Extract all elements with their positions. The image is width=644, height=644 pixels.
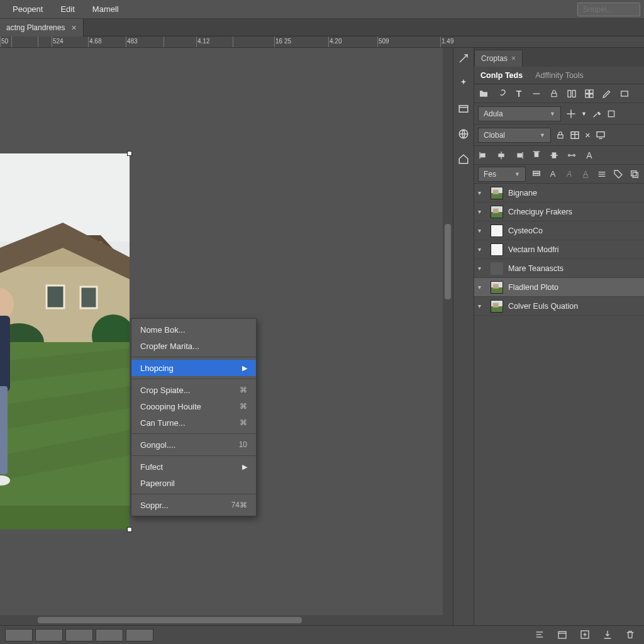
scrollbar-thumb[interactable] xyxy=(445,224,451,299)
context-menu-item[interactable]: Coooping Houite⌘ xyxy=(131,398,256,414)
vertical-scrollbar[interactable] xyxy=(443,48,453,625)
context-menu-item[interactable]: Gongol....10 xyxy=(131,436,256,453)
resize-handle-bottom-right[interactable] xyxy=(127,527,132,532)
layer-visibility-toggle[interactable]: ▾ xyxy=(478,208,486,215)
scrollbar-thumb[interactable] xyxy=(38,617,302,623)
panel-tab-primary[interactable]: Croptas × xyxy=(474,50,523,67)
crosshair-icon[interactable] xyxy=(566,109,576,119)
resize-handle-top-right[interactable] xyxy=(127,151,132,156)
context-menu-item[interactable]: Paperonil xyxy=(131,475,256,491)
trash-icon[interactable] xyxy=(625,630,636,641)
filter-dropdown[interactable]: Fes ▼ xyxy=(478,167,526,182)
layer-row[interactable]: ▾Fladlend Ploto xyxy=(474,278,644,297)
context-menu-item[interactable]: Crop Spiate...⌘ xyxy=(131,382,256,398)
svg-rect-40 xyxy=(480,153,485,157)
eyedropper-icon[interactable] xyxy=(592,109,602,119)
layer-visibility-toggle[interactable]: ▾ xyxy=(478,303,486,309)
italic-a-icon[interactable]: A xyxy=(564,169,575,180)
close-icon[interactable]: × xyxy=(71,23,76,32)
layer-row[interactable]: ▾CysteoCo xyxy=(474,221,644,240)
status-thumb[interactable] xyxy=(5,629,33,641)
mode-dropdown[interactable]: Adula ▼ xyxy=(478,106,561,121)
link-icon[interactable] xyxy=(496,88,507,99)
align-middle-icon[interactable] xyxy=(548,150,560,161)
scope-dropdown[interactable]: Clobal ▼ xyxy=(478,128,551,143)
subtab-2[interactable]: Adffinity Tools xyxy=(529,67,590,84)
layer-row[interactable]: ▾Bignane xyxy=(474,184,644,203)
download-icon[interactable] xyxy=(602,630,614,641)
horizontal-scrollbar[interactable] xyxy=(0,615,443,625)
layer-name: Crheciguy Frakers xyxy=(508,208,572,216)
layer-visibility-toggle[interactable]: ▾ xyxy=(478,246,486,253)
status-thumb[interactable] xyxy=(35,629,63,641)
align-top-icon[interactable] xyxy=(531,150,542,161)
layer-row[interactable]: ▾Colver Euls Quation xyxy=(474,297,644,316)
close-icon[interactable]: × xyxy=(511,54,516,63)
menu-separator xyxy=(131,433,256,434)
layer-row[interactable]: ▾Vectarn Modfri xyxy=(474,240,644,259)
tag-icon[interactable] xyxy=(613,169,624,180)
layer-visibility-toggle[interactable]: ▾ xyxy=(478,189,486,196)
grid-icon[interactable] xyxy=(584,88,595,99)
list-icon[interactable] xyxy=(596,169,608,180)
ruler-tick-label: 4.12 xyxy=(197,38,209,45)
context-menu-item[interactable]: Fufect▶ xyxy=(131,458,256,475)
context-menu-item[interactable]: Lhopcing▶ xyxy=(131,360,256,376)
text-icon[interactable]: T xyxy=(513,88,525,99)
align-right-icon[interactable] xyxy=(513,150,525,161)
wand-icon[interactable] xyxy=(457,52,470,65)
minus-icon[interactable] xyxy=(531,88,542,99)
document-tab[interactable]: actng Plandrenes × xyxy=(0,19,84,36)
columns-icon[interactable] xyxy=(566,88,577,99)
sparkle-icon[interactable] xyxy=(457,77,470,91)
pencil-icon[interactable] xyxy=(601,88,613,99)
menu-item-1[interactable]: Edit xyxy=(52,2,83,16)
square-icon[interactable] xyxy=(607,109,616,118)
canvas[interactable]: Nome Bok...Cropfer Marita...Lhopcing▶Cro… xyxy=(0,48,453,625)
align-center-h-icon[interactable] xyxy=(496,150,507,161)
layer-row[interactable]: ▾Mare Teanascts xyxy=(474,259,644,278)
status-thumb[interactable] xyxy=(65,629,93,641)
context-menu-item[interactable]: Can Turne...⌘ xyxy=(131,414,256,431)
layer-visibility-toggle[interactable]: ▾ xyxy=(478,227,486,234)
window-icon[interactable] xyxy=(457,102,470,116)
chevron-down-icon[interactable]: ▼ xyxy=(581,111,587,117)
layer-visibility-toggle[interactable]: ▾ xyxy=(478,284,486,291)
layer-row[interactable]: ▾Crheciguy Frakers xyxy=(474,203,644,221)
calendar-icon[interactable] xyxy=(557,630,569,641)
align-left-icon[interactable] xyxy=(478,150,489,161)
align-icon[interactable] xyxy=(535,630,546,641)
stack-icon[interactable] xyxy=(531,169,542,180)
close-icon[interactable]: × xyxy=(585,130,591,140)
context-menu-item[interactable]: Cropfer Marita... xyxy=(131,338,256,354)
lock-icon[interactable] xyxy=(556,131,565,140)
svg-rect-44 xyxy=(518,153,522,157)
menubar-search-input[interactable] xyxy=(577,3,640,16)
status-thumb[interactable] xyxy=(126,629,153,641)
text-style-icon[interactable]: A xyxy=(584,150,595,161)
status-thumb[interactable] xyxy=(96,629,123,641)
copy-icon[interactable] xyxy=(629,169,640,180)
menu-item-2[interactable]: Mamell xyxy=(84,2,128,16)
table-icon[interactable] xyxy=(570,130,580,140)
menubar: Peopent Edit Mamell xyxy=(0,0,644,19)
folder-icon[interactable] xyxy=(478,88,489,99)
underline-a-icon[interactable]: A xyxy=(580,169,591,180)
distribute-icon[interactable] xyxy=(566,150,577,161)
globe-icon[interactable] xyxy=(457,127,470,141)
home-icon[interactable] xyxy=(457,152,470,166)
monitor-icon[interactable] xyxy=(596,130,606,140)
context-menu-item[interactable]: Soppr...74⌘ xyxy=(131,497,256,513)
lock-icon[interactable] xyxy=(548,88,560,99)
layer-thumbnail xyxy=(491,206,503,218)
rect-icon[interactable] xyxy=(619,88,630,99)
layer-visibility-toggle[interactable]: ▾ xyxy=(478,265,486,272)
svg-rect-18 xyxy=(459,106,468,113)
menu-item-0[interactable]: Peopent xyxy=(4,2,52,16)
selection-frame[interactable] xyxy=(0,153,130,530)
svg-rect-70 xyxy=(493,303,499,307)
text-a-icon[interactable]: A xyxy=(547,169,558,180)
subtab-1[interactable]: Conlp Teds xyxy=(474,67,529,84)
context-menu-item[interactable]: Nome Bok... xyxy=(131,321,256,338)
plus-square-icon[interactable] xyxy=(580,630,591,641)
